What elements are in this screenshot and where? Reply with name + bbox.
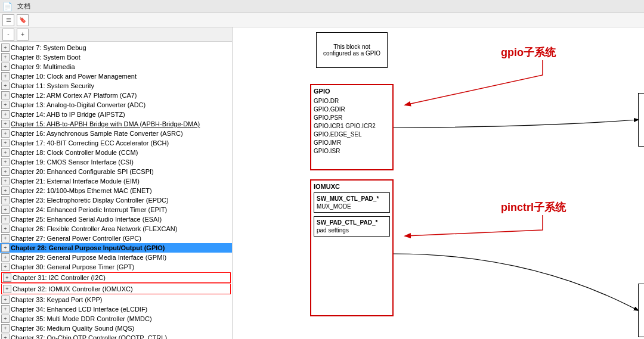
toc-expand-btn-18[interactable]: + [1, 148, 10, 157]
not-gpio-text: This block not configured as a GPIO [319, 43, 385, 57]
toc-label-21: Chapter 21: External Interface Module (E… [11, 178, 140, 185]
toc-item-19[interactable]: +Chapter 19: CMOS Sensor Interface (CSI) [0, 157, 232, 167]
toc-expand-btn-22[interactable]: + [1, 186, 10, 195]
toc-item-15[interactable]: +Chapter 15: AHB-to-APBH Bridge with DMA… [0, 119, 232, 129]
toc-expand-btn-29[interactable]: + [1, 253, 10, 262]
toc-item-27[interactable]: +Chapter 27: General Power Controller (G… [0, 234, 232, 243]
toc-expand-btn-35[interactable]: + [1, 315, 10, 323]
main-toolbar: ☰ 🔖 [0, 13, 644, 27]
not-gpio-box: This block not configured as a GPIO [316, 32, 388, 68]
toc-item-29[interactable]: +Chapter 29: General Purpose Media Inter… [0, 253, 232, 262]
toc-label-18: Chapter 18: Clock Controller Module (CCM… [11, 149, 138, 156]
toc-label-33: Chapter 33: Keypad Port (KPP) [11, 296, 102, 303]
toc-expand-btn-33[interactable]: + [1, 296, 10, 304]
sw-pad-content: pad settings [317, 227, 387, 234]
toc-item-22[interactable]: +Chapter 22: 10/100-Mbps Ethernet MAC (E… [0, 186, 232, 195]
toc-expand-btn-17[interactable]: + [1, 139, 10, 147]
toc-expand-btn-7[interactable]: + [1, 43, 10, 52]
toc-expand-btn-26[interactable]: + [1, 225, 10, 233]
toc-expand-btn-28[interactable]: + [1, 244, 10, 252]
toc-item-28[interactable]: +Chapter 28: General Purpose Input/Outpu… [0, 243, 232, 253]
arrows-svg [233, 27, 644, 339]
toc-expand-btn-14[interactable]: + [1, 110, 10, 119]
toc-expand-btn-9[interactable]: + [1, 63, 10, 71]
toc-item-11[interactable]: +Chapter 11: System Security [0, 81, 232, 91]
toc-expand-btn-10[interactable]: + [1, 72, 10, 80]
toc-label-31: Chapter 31: I2C Controller (I2C) [13, 274, 106, 281]
toc-item-10[interactable]: +Chapter 10: Clock and Power Management [0, 71, 232, 81]
toc-item-35[interactable]: +Chapter 35: Multi Mode DDR Controller (… [0, 314, 232, 324]
toc-item-16[interactable]: +Chapter 16: Asynchronous Sample Rate Co… [0, 129, 232, 138]
toc-item-32[interactable]: +Chapter 32: IOMUX Controller (IOMUXC) [1, 284, 231, 294]
toc-expand-btn-24[interactable]: + [1, 206, 10, 214]
toc-label-14: Chapter 14: AHB to IP Bridge (AIPSTZ) [11, 111, 125, 118]
toc-expand-btn-36[interactable]: + [1, 324, 10, 332]
toc-item-8[interactable]: +Chapter 8: System Boot [0, 52, 232, 62]
toolbar-btn-2[interactable]: 🔖 [17, 14, 29, 26]
toc-item-12[interactable]: +Chapter 12: ARM Cortex A7 Platform (CA7… [0, 91, 232, 100]
toc-label-30: Chapter 30: General Purpose Timer (GPT) [11, 263, 134, 270]
toc-item-33[interactable]: +Chapter 33: Keypad Port (KPP) [0, 295, 232, 304]
toc-item-21[interactable]: +Chapter 21: External Interface Module (… [0, 176, 232, 186]
gpio-subsystem-label: gpio子系统 [501, 45, 556, 60]
toc-expand-btn-19[interactable]: + [1, 158, 10, 166]
toc-item-17[interactable]: +Chapter 17: 40-BIT Correcting ECC Accel… [0, 138, 232, 148]
toc-collapse-btn[interactable]: - [2, 29, 14, 41]
toc-item-37[interactable]: +Chapter 37: On-Chip OTP Controller (OCO… [0, 333, 232, 339]
toc-label-23: Chapter 23: Electrophoretic Display Cont… [11, 197, 169, 204]
toc-expand-btn-27[interactable]: + [1, 234, 10, 242]
diagram-panel: gpio子系统 pinctrl子系统 This block not config… [233, 27, 644, 339]
toc-expand-btn-30[interactable]: + [1, 263, 10, 271]
toc-label-17: Chapter 17: 40-BIT Correcting ECC Accele… [11, 139, 169, 147]
toc-item-26[interactable]: +Chapter 26: Flexible Controller Area Ne… [0, 224, 232, 234]
toc-expand-btn-21[interactable]: + [1, 177, 10, 185]
toc-expand-btn-23[interactable]: + [1, 196, 10, 204]
toc-expand-btn-16[interactable]: + [1, 129, 10, 138]
toc-expand-btn-20[interactable]: + [1, 167, 10, 176]
toc-label-12: Chapter 12: ARM Cortex A7 Platform (CA7) [11, 92, 137, 99]
toc-expand-btn-15[interactable]: + [1, 120, 10, 128]
toc-item-36[interactable]: +Chapter 36: Medium Quality Sound (MQS) [0, 324, 232, 333]
toc-label-22: Chapter 22: 10/100-Mbps Ethernet MAC (EN… [11, 187, 152, 194]
toc-label-32: Chapter 32: IOMUX Controller (IOMUXC) [13, 285, 133, 293]
toc-item-34[interactable]: +Chapter 34: Enhanced LCD Interface (eLC… [0, 304, 232, 314]
toc-expand-btn[interactable]: + [17, 29, 29, 41]
right-iomux-top: IOMUX [638, 93, 644, 147]
toc-label-24: Chapter 24: Enhanced Periodic Interrupt … [11, 206, 167, 213]
toc-item-30[interactable]: +Chapter 30: General Purpose Timer (GPT) [0, 262, 232, 272]
toolbar-btn-1[interactable]: ☰ [2, 14, 14, 26]
toc-item-9[interactable]: +Chapter 9: Multimedia [0, 62, 232, 71]
toc-item-20[interactable]: +Chapter 20: Enhanced Configurable SPI (… [0, 167, 232, 176]
toc-expand-btn-8[interactable]: + [1, 53, 10, 61]
toc-label-25: Chapter 25: Enhanced Serial Audio Interf… [11, 216, 162, 223]
toc-expand-btn-32[interactable]: + [3, 285, 11, 293]
toc-label-36: Chapter 36: Medium Quality Sound (MQS) [11, 325, 134, 332]
app-title: 文档 [17, 2, 30, 11]
toc-expand-btn-11[interactable]: + [1, 82, 10, 90]
toc-label-35: Chapter 35: Multi Mode DDR Controller (M… [11, 315, 152, 322]
toc-label-16: Chapter 16: Asynchronous Sample Rate Con… [11, 130, 183, 137]
toc-item-18[interactable]: +Chapter 18: Clock Controller Module (CC… [0, 148, 232, 157]
toc-item-25[interactable]: +Chapter 25: Enhanced Serial Audio Inter… [0, 214, 232, 224]
gpio-block-title: GPIO [314, 88, 390, 95]
pinctrl-subsystem-label: pinctrl子系统 [501, 200, 566, 214]
toc-label-13: Chapter 13: Analog-to-Digital Converter … [11, 101, 145, 108]
toc-item-7[interactable]: +Chapter 7: System Debug [0, 43, 232, 52]
toc-item-13[interactable]: +Chapter 13: Analog-to-Digital Converter… [0, 100, 232, 110]
toc-expand-btn-12[interactable]: + [1, 91, 10, 99]
toc-expand-btn-34[interactable]: + [1, 305, 10, 313]
toc-label-37: Chapter 37: On-Chip OTP Controller (OCOT… [11, 334, 167, 339]
toc-item-23[interactable]: +Chapter 23: Electrophoretic Display Con… [0, 195, 232, 205]
sw-pad-title: SW_PAD_CTL_PAD_* [317, 219, 387, 226]
toc-item-31[interactable]: +Chapter 31: I2C Controller (I2C) [1, 272, 231, 283]
sw-mux-block: SW_MUX_CTL_PAD_* MUX_MODE [314, 192, 390, 213]
toc-expand-btn-25[interactable]: + [1, 215, 10, 223]
toc-expand-btn-37[interactable]: + [1, 334, 10, 339]
toc-expand-btn-31[interactable]: + [3, 273, 11, 282]
toc-item-24[interactable]: +Chapter 24: Enhanced Periodic Interrupt… [0, 205, 232, 214]
toc-item-14[interactable]: +Chapter 14: AHB to IP Bridge (AIPSTZ) [0, 110, 232, 119]
toc-expand-btn-13[interactable]: + [1, 101, 10, 109]
app-icon: 📄 [2, 2, 13, 11]
toc-label-20: Chapter 20: Enhanced Configurable SPI (E… [11, 168, 154, 175]
toc-label-10: Chapter 10: Clock and Power Management [11, 73, 137, 80]
